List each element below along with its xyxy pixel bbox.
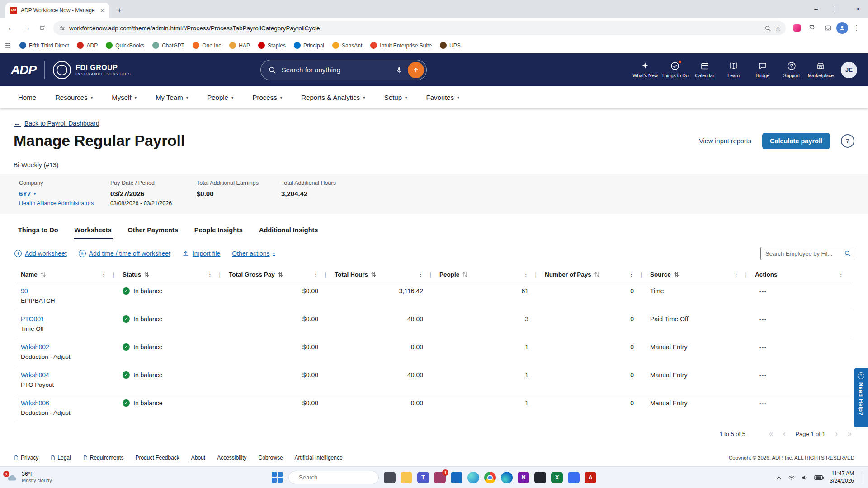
- taskbar-app-outlook[interactable]: [451, 472, 462, 483]
- bookmark-adp[interactable]: ADP: [77, 42, 98, 49]
- bookmark-ups[interactable]: UPS: [440, 42, 461, 49]
- footer-about-link[interactable]: About: [191, 455, 205, 461]
- apps-grid-icon[interactable]: [5, 42, 11, 49]
- volume-icon[interactable]: [801, 474, 808, 481]
- employee-search-input[interactable]: [760, 247, 854, 260]
- bookmark-fifth-third[interactable]: Fifth Third Direct: [19, 42, 69, 49]
- view-input-reports-link[interactable]: View input reports: [699, 137, 751, 145]
- column-menu-icon[interactable]: ⋮: [100, 270, 107, 278]
- taskbar-app-notepad[interactable]: [534, 472, 546, 483]
- sort-icon[interactable]: [594, 272, 599, 277]
- window-maximize-button[interactable]: [826, 0, 847, 18]
- sort-icon[interactable]: [462, 272, 467, 277]
- address-bar[interactable]: workforcenow.adp.com/theme/admin.html#/P…: [53, 21, 786, 35]
- row-actions-button[interactable]: •••: [760, 317, 767, 322]
- column-header-total-hours[interactable]: Total Hours⋮: [326, 270, 430, 278]
- add-worksheet-button[interactable]: +Add worksheet: [14, 250, 67, 257]
- bookmark-principal[interactable]: Principal: [294, 42, 324, 49]
- column-header-status[interactable]: Status⋮: [113, 270, 220, 278]
- bookmark-intuit[interactable]: Intuit Enterprise Suite: [370, 42, 432, 49]
- search-submit-button[interactable]: [408, 62, 424, 78]
- nav-resources[interactable]: Resources▾: [55, 94, 93, 101]
- sort-icon[interactable]: [674, 272, 679, 277]
- marketplace-button[interactable]: Marketplace: [808, 61, 834, 78]
- tray-chevron-up-icon[interactable]: [776, 474, 782, 481]
- help-button[interactable]: ?: [841, 134, 854, 148]
- sort-icon[interactable]: [144, 272, 149, 277]
- footer-privacy-link[interactable]: Privacy: [14, 455, 38, 461]
- bookmark-quickbooks[interactable]: QuickBooks: [106, 42, 144, 49]
- add-time-worksheet-button[interactable]: +Add time / time off worksheet: [79, 250, 170, 257]
- bookmark-chatgpt[interactable]: ChatGPT: [152, 42, 184, 49]
- column-header-actions[interactable]: Actions⋮: [746, 270, 851, 278]
- bridge-button[interactable]: Bridge: [750, 61, 775, 78]
- taskbar-app-copilot[interactable]: [467, 472, 479, 483]
- learn-button[interactable]: Learn: [721, 61, 746, 78]
- row-actions-button[interactable]: •••: [760, 345, 767, 350]
- nav-my-team[interactable]: My Team▾: [156, 94, 188, 101]
- adp-logo[interactable]: ADP: [11, 63, 36, 77]
- taskbar-app-calculator[interactable]: [568, 472, 580, 483]
- whats-new-button[interactable]: What's New: [632, 61, 658, 78]
- footer-ai-link[interactable]: Artificial Intelligence: [295, 455, 343, 461]
- browser-profile-avatar[interactable]: [836, 22, 848, 34]
- worksheet-link[interactable]: Wrksh004: [21, 371, 49, 379]
- tab-close-icon[interactable]: ×: [99, 7, 106, 14]
- nav-process[interactable]: Process▾: [252, 94, 282, 101]
- wifi-icon[interactable]: [788, 474, 795, 481]
- search-icon[interactable]: [844, 250, 851, 257]
- tab-other-payments[interactable]: Other Payments: [127, 224, 179, 239]
- worksheet-link[interactable]: Wrksh002: [21, 343, 49, 351]
- weather-widget[interactable]: 1 36°F Mostly cloudy: [4, 467, 55, 488]
- need-help-tab[interactable]: ? Need Help?: [854, 368, 868, 427]
- extensions-puzzle-icon[interactable]: [806, 21, 819, 35]
- bookmark-saasant[interactable]: SaasAnt: [332, 42, 362, 49]
- nav-myself[interactable]: Myself▾: [112, 94, 137, 101]
- taskbar-app-chrome[interactable]: [484, 472, 496, 483]
- global-search[interactable]: [260, 60, 427, 80]
- browser-menu-icon[interactable]: ⋮: [850, 21, 863, 35]
- nav-people[interactable]: People▾: [207, 94, 233, 101]
- site-settings-icon[interactable]: [59, 25, 66, 32]
- battery-icon[interactable]: [814, 475, 824, 480]
- first-page-button[interactable]: «: [769, 430, 773, 438]
- url-text[interactable]: workforcenow.adp.com/theme/admin.html#/P…: [69, 25, 761, 32]
- column-header-source[interactable]: Source⋮: [641, 270, 746, 278]
- bookmark-star-icon[interactable]: ☆: [775, 24, 781, 33]
- sort-icon[interactable]: [41, 272, 46, 277]
- sort-icon[interactable]: [371, 272, 376, 277]
- taskbar-app-acrobat[interactable]: A: [585, 472, 596, 483]
- row-actions-button[interactable]: •••: [760, 373, 767, 378]
- row-actions-button[interactable]: •••: [760, 289, 767, 294]
- start-button[interactable]: [272, 472, 283, 483]
- column-menu-icon[interactable]: ⋮: [838, 270, 844, 278]
- nav-reports-analytics[interactable]: Reports & Analytics▾: [301, 94, 365, 101]
- worksheet-link[interactable]: Wrksh006: [21, 399, 49, 407]
- taskbar-app-edge[interactable]: [501, 472, 513, 483]
- window-minimize-button[interactable]: –: [806, 0, 826, 18]
- calculate-payroll-button[interactable]: Calculate payroll: [762, 133, 830, 149]
- new-tab-button[interactable]: +: [113, 4, 126, 17]
- forward-button[interactable]: →: [20, 21, 33, 35]
- reload-button[interactable]: [35, 21, 49, 35]
- column-menu-icon[interactable]: ⋮: [312, 270, 319, 278]
- user-avatar[interactable]: JE: [841, 62, 857, 78]
- column-header-gross-pay[interactable]: Total Gross Pay⋮: [220, 270, 326, 278]
- window-close-button[interactable]: ×: [847, 0, 868, 18]
- tab-people-insights[interactable]: People Insights: [193, 224, 244, 239]
- sort-icon[interactable]: [278, 272, 283, 277]
- taskbar-app-teams[interactable]: T: [417, 472, 429, 483]
- taskbar-app-files-dark[interactable]: [384, 472, 396, 483]
- footer-requirements-link[interactable]: Requirements: [83, 455, 124, 461]
- mic-icon[interactable]: [395, 66, 403, 74]
- cast-icon[interactable]: [821, 21, 835, 35]
- tab-things-to-do[interactable]: Things to Do: [17, 224, 59, 239]
- browser-tab[interactable]: ADP ADP Workforce Now - Manage ×: [5, 3, 109, 18]
- nav-favorites[interactable]: Favorites▾: [426, 94, 459, 101]
- worksheet-link[interactable]: PTO001: [21, 315, 44, 323]
- pinned-extension-icon[interactable]: [790, 21, 804, 35]
- other-actions-dropdown[interactable]: Other actions▾: [232, 250, 275, 257]
- back-to-dashboard-link[interactable]: ← Back to Payroll Dashboard: [14, 119, 99, 127]
- footer-cobrowse-link[interactable]: Cobrowse: [259, 455, 283, 461]
- support-button[interactable]: Support: [779, 61, 804, 78]
